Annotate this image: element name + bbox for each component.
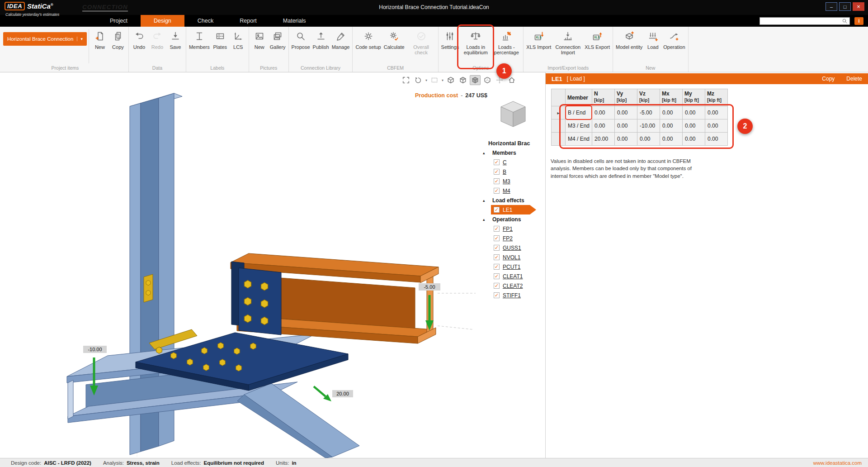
tab-design[interactable]: Design [141,15,184,27]
load-cell-n[interactable]: 0.00 [592,106,615,119]
tree-item-operation-fp2[interactable]: ✓ FP2 [480,234,545,243]
connection-plates[interactable] [231,262,281,335]
search-input[interactable] [762,18,839,24]
load-cell-mx[interactable]: 0.00 [660,119,683,133]
chevron-down-icon[interactable]: ▾ [425,78,427,82]
tree-expanded-icon[interactable]: ▴ [483,198,489,203]
tree-item-member-m4[interactable]: ✓ M4 [480,186,545,195]
tree-section-load-effects[interactable]: ▴ Load effects [480,195,545,205]
undo-button[interactable]: Undo [130,28,148,51]
tree-item-operation-fp1[interactable]: ✓ FP1 [480,224,545,234]
row-selector[interactable] [552,133,566,146]
gallery-button[interactable]: Gallery [269,28,287,51]
operation-checkbox[interactable]: ✓ [494,264,500,270]
zoom-extents-button[interactable] [401,75,411,85]
operation-checkbox[interactable]: ✓ [494,292,500,298]
new-picture-button[interactable]: New [250,28,269,51]
navigation-cube[interactable] [497,98,529,131]
view-transparent-button[interactable] [482,75,493,85]
settings-button[interactable]: Settings [440,28,461,51]
member-checkbox[interactable]: ✓ [494,169,500,175]
tab-report[interactable]: Report [226,15,270,27]
tree-item-operation-nvol1[interactable]: ✓ NVOL1 [480,253,545,262]
members-labels-button[interactable]: Members [188,28,211,51]
copy-load-button[interactable]: Copy [822,76,835,82]
load-cell-mz[interactable]: 0.00 [705,133,728,146]
new-project-item-button[interactable]: New [91,28,109,51]
load-cell-vy[interactable]: 0.00 [615,119,637,133]
xls-import-button[interactable]: XLS XLS Import [525,28,552,51]
connection-import-button[interactable]: Connection Import [552,28,583,56]
operation-checkbox[interactable]: ✓ [494,245,500,251]
operation-checkbox[interactable]: ✓ [494,254,500,260]
load-cell-vy[interactable]: 0.00 [615,133,637,146]
view-wireframe-button[interactable] [445,75,456,85]
maximize-button[interactable]: □ [839,2,851,11]
info-button[interactable]: i [854,17,863,25]
chevron-down-icon[interactable]: ▾ [442,78,443,82]
load-cell-vz[interactable]: -5.00 [637,106,660,119]
minimize-button[interactable]: – [826,2,837,11]
delete-load-button[interactable]: Delete [846,76,862,82]
code-setup-button[interactable]: Code setup [354,28,382,51]
load-cell-n[interactable]: 20.00 [592,133,615,146]
view-shaded-button[interactable] [458,75,468,85]
load-cell-my[interactable]: 0.00 [683,106,705,119]
loads-in-equilibrium-button[interactable]: 1 Loads in equilibrium [460,28,491,56]
load-cell-my[interactable]: 0.00 [683,133,705,146]
tree-item-operation-cleat2[interactable]: ✓ CLEAT2 [480,281,545,291]
new-load-button[interactable]: Load [644,28,662,51]
propose-button[interactable]: Propose [290,28,311,51]
load-cell-vz[interactable]: -10.00 [637,119,660,133]
tree-item-operation-stiff1[interactable]: ✓ STIFF1 [480,291,545,300]
manage-button[interactable]: Manage [330,28,351,51]
project-item-dropdown[interactable]: Horizontal Brace Connection ▾ [3,32,87,46]
loads-percentage-button[interactable]: Loads - percentage [491,28,522,56]
tree-item-member-m3[interactable]: ✓ M3 [480,176,545,186]
tree-expanded-icon[interactable]: ▴ [483,217,489,222]
load-arrow-n-m4[interactable]: 20.00 [314,386,353,401]
tab-check[interactable]: Check [184,15,226,27]
member-checkbox[interactable]: ✓ [494,159,500,165]
new-operation-button[interactable]: Operation [662,28,686,51]
website-link[interactable]: www.ideastatica.com [813,460,862,466]
tree-item-member-c[interactable]: ✓ C [480,157,545,167]
tree-item-le1-selected[interactable]: ✓ LE1 [480,205,545,214]
rotate-view-button[interactable] [413,75,424,85]
close-button[interactable]: × [853,2,864,11]
load-cell-mz[interactable]: 0.00 [705,119,728,133]
load-arrow-vz-b[interactable]: -5.00 [419,283,440,330]
model-entity-button[interactable]: Model entity [614,28,644,51]
tree-item-member-b[interactable]: ✓ B [480,167,545,176]
load-cell-vy[interactable]: 0.00 [615,106,637,119]
row-selector[interactable] [552,119,566,133]
tree-section-operations[interactable]: ▴ Operations [480,214,545,224]
load-cell-vz[interactable]: 0.00 [637,133,660,146]
operation-checkbox[interactable]: ✓ [494,283,500,289]
save-button[interactable]: Save [166,28,184,51]
tab-materials[interactable]: Materials [270,15,319,27]
load-cell-my[interactable]: 0.00 [683,119,705,133]
tree-item-operation-guss1[interactable]: ✓ GUSS1 [480,243,545,253]
load-cell-mx[interactable]: 0.00 [660,106,683,119]
tree-expanded-icon[interactable]: ▴ [483,151,489,155]
row-selector[interactable]: ▸ [552,106,566,119]
tree-item-operation-cleat1[interactable]: ✓ CLEAT1 [480,272,545,281]
load-effect-checkbox[interactable]: ✓ [494,207,500,213]
lcs-labels-button[interactable]: LCS [229,28,247,51]
xls-export-button[interactable]: XLS XLS Export [583,28,611,51]
load-cell-mz[interactable]: 0.00 [705,106,728,119]
member-checkbox[interactable]: ✓ [494,178,500,184]
copy-project-item-button[interactable]: Copy [109,28,127,51]
plates-labels-button[interactable]: Plates [211,28,229,51]
calculate-button[interactable]: Calculate [382,28,406,51]
operation-checkbox[interactable]: ✓ [494,273,500,279]
operation-checkbox[interactable]: ✓ [494,235,500,241]
operation-checkbox[interactable]: ✓ [494,226,500,232]
viewport-3d-canvas[interactable]: -5.00 -10.00 20.00 [0,72,545,458]
publish-button[interactable]: Publish [311,28,330,51]
load-cell-mx[interactable]: 0.00 [660,133,683,146]
view-solid-button[interactable] [470,75,481,85]
tree-section-members[interactable]: ▴ Members [480,148,545,157]
member-checkbox[interactable]: ✓ [494,188,500,194]
